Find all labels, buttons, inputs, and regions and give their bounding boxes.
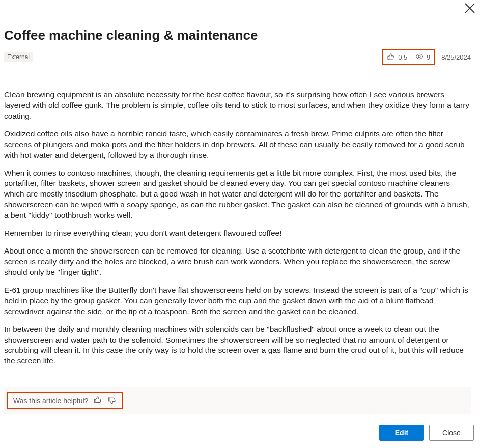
feedback-prompt: Was this article helpful?	[13, 397, 88, 405]
feedback-inner: Was this article helpful?	[7, 392, 123, 409]
rating-value: 0.5	[398, 53, 407, 61]
close-button[interactable]: Close	[429, 425, 474, 441]
close-icon[interactable]	[464, 2, 476, 14]
paragraph: In between the daily and monthly cleanin…	[4, 324, 471, 367]
paragraph: E-61 group machines like the Butterfly d…	[4, 285, 471, 317]
article-scroll[interactable]: Coffee machine cleaning & maintenance Ex…	[0, 0, 477, 421]
like-icon	[387, 52, 395, 62]
stats-box: 0.5 · 9	[382, 49, 435, 65]
svg-point-2	[418, 55, 420, 58]
feedback-bar: Was this article helpful?	[4, 387, 471, 414]
thumbs-up-icon[interactable]	[93, 395, 102, 406]
article-body: Clean brewing equipment is an absolute n…	[4, 90, 471, 367]
article-panel: Coffee machine cleaning & maintenance Ex…	[0, 0, 480, 448]
meta-row: External 0.5 ·	[4, 49, 471, 65]
edit-button[interactable]: Edit	[379, 425, 424, 441]
views-value: 9	[427, 53, 430, 61]
paragraph: Remember to rinse everything clean; you …	[4, 228, 471, 239]
paragraph: About once a month the showerscreen can …	[4, 246, 471, 278]
paragraph: Oxidized coffee oils also have a horribl…	[4, 129, 471, 161]
views-icon	[415, 52, 423, 62]
thumbs-down-icon[interactable]	[107, 395, 117, 406]
paragraph: Clean brewing equipment is an absolute n…	[4, 90, 471, 122]
separator-dot: ·	[410, 53, 412, 61]
page-title: Coffee machine cleaning & maintenance	[4, 27, 471, 43]
publish-date: 8/25/2024	[441, 53, 471, 61]
tag-external: External	[4, 52, 33, 62]
paragraph: When it comes to contoso machines, thoug…	[4, 168, 471, 221]
meta-right: 0.5 · 9 8/25/2024	[382, 49, 471, 65]
footer-actions: Edit Close	[0, 421, 480, 448]
